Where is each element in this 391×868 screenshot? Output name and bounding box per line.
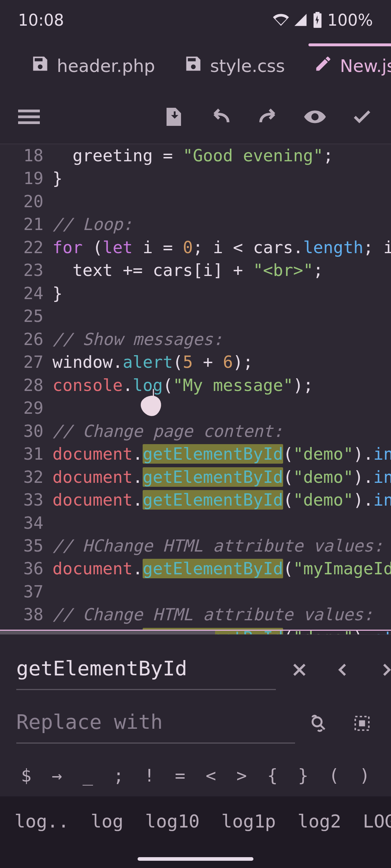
line-content[interactable] (51, 305, 391, 328)
symbol-key[interactable]: → (42, 765, 72, 786)
suggestion-item[interactable]: log.. (14, 811, 69, 832)
symbol-key[interactable]: ! (134, 765, 165, 786)
line-content[interactable]: document.getElementById("demo").innerH (51, 489, 391, 511)
chevron-right-icon (377, 661, 391, 679)
home-indicator[interactable] (138, 857, 253, 861)
preview-button[interactable] (304, 106, 326, 129)
line-content[interactable]: for (let i = 0; i < cars.length; i++) (51, 236, 391, 259)
code-line[interactable]: 30// Change page content: (0, 420, 391, 443)
tab-header-php[interactable]: header.php (22, 47, 164, 84)
suggestion-item[interactable]: log2 (298, 811, 341, 832)
line-content[interactable] (51, 397, 391, 420)
code-line[interactable]: 33document.getElementById("demo").innerH (0, 489, 391, 511)
line-number: 30 (0, 420, 51, 443)
code-line[interactable]: 21// Loop: (0, 213, 391, 236)
line-content[interactable]: } (51, 167, 391, 190)
confirm-button[interactable] (351, 106, 373, 129)
line-content[interactable]: text += cars[i] + "<br>"; (51, 259, 391, 282)
code-line[interactable]: 22for (let i = 0; i < cars.length; i++) (0, 236, 391, 259)
symbol-key[interactable]: ) (349, 765, 380, 786)
check-icon (351, 106, 373, 128)
code-line[interactable]: 27window.alert(5 + 6); (0, 351, 391, 374)
line-content[interactable]: // HChange HTML attribute values: (51, 535, 391, 557)
line-number: 21 (0, 213, 51, 236)
code-line[interactable]: 35// HChange HTML attribute values: (0, 535, 391, 557)
replace-one-button[interactable] (310, 714, 328, 734)
line-content[interactable]: document.getElementById("myImageId").s (51, 557, 391, 580)
code-line[interactable]: 25 (0, 305, 391, 328)
code-line[interactable]: 29 (0, 397, 391, 420)
code-line[interactable]: 20 (0, 190, 391, 213)
symbol-key[interactable]: { (257, 765, 288, 786)
line-number: 32 (0, 466, 51, 489)
file-button[interactable] (163, 106, 185, 129)
close-icon (290, 661, 308, 679)
code-line[interactable]: 38// Change HTML attribute values: (0, 603, 391, 626)
line-content[interactable]: console.log("My message"); (51, 374, 391, 397)
chevron-left-icon (334, 661, 352, 679)
find-next-button[interactable] (377, 661, 391, 680)
undo-button[interactable] (210, 106, 232, 129)
status-indicators: 100% (273, 11, 373, 29)
line-content[interactable]: // Show messages: (51, 328, 391, 351)
undo-icon (210, 106, 232, 128)
code-line[interactable]: 19} (0, 167, 391, 190)
symbol-key[interactable]: = (165, 765, 196, 786)
menu-button[interactable] (18, 106, 40, 129)
line-content[interactable]: // Change page content: (51, 420, 391, 443)
line-content[interactable]: } (51, 282, 391, 305)
line-content[interactable]: document.getElementById("demo").innerH (51, 466, 391, 489)
line-content[interactable]: document.getElementById("demo").innerH (51, 443, 391, 465)
code-line[interactable]: 36document.getElementById("myImageId").s (0, 557, 391, 580)
symbol-key[interactable]: _ (72, 765, 103, 786)
find-prev-button[interactable] (334, 661, 352, 680)
line-number: 28 (0, 374, 51, 397)
svg-rect-2 (18, 122, 40, 124)
code-line[interactable]: 37 (0, 580, 391, 603)
edit-icon (314, 54, 333, 77)
tab-label: header.php (57, 56, 155, 76)
code-line[interactable]: 34 (0, 512, 391, 535)
find-input[interactable] (16, 651, 276, 690)
line-number: 33 (0, 489, 51, 511)
code-line[interactable]: 32document.getElementById("demo").innerH (0, 466, 391, 489)
line-content[interactable]: // Change HTML attribute values: (51, 603, 391, 626)
redo-button[interactable] (257, 106, 279, 129)
code-line[interactable]: 28console.log("My message"); (0, 374, 391, 397)
tab-New-js[interactable]: New.js (305, 47, 391, 84)
symbol-key[interactable]: ( (319, 765, 349, 786)
symbol-key[interactable]: $ (11, 765, 42, 786)
code-line[interactable]: 18 greeting = "Good evening"; (0, 144, 391, 167)
replace-input[interactable] (16, 705, 295, 744)
tab-bar: header.phpstyle.cssNew.js (0, 40, 391, 95)
clear-find-button[interactable] (290, 661, 308, 680)
replace-all-button[interactable] (353, 714, 371, 734)
hamburger-icon (18, 106, 40, 128)
line-number: 24 (0, 282, 51, 305)
symbol-key[interactable]: > (226, 765, 257, 786)
line-number: 26 (0, 328, 51, 351)
line-content[interactable] (51, 190, 391, 213)
code-line[interactable]: 26// Show messages: (0, 328, 391, 351)
suggestion-item[interactable]: log10 (145, 811, 200, 832)
code-line[interactable]: 23 text += cars[i] + "<br>"; (0, 259, 391, 282)
line-content[interactable] (51, 580, 391, 603)
save-icon (31, 54, 50, 77)
suggestion-item[interactable]: LOG2E (363, 811, 391, 832)
suggestion-item[interactable]: log1p (221, 811, 276, 832)
line-content[interactable]: window.alert(5 + 6); (51, 351, 391, 374)
horizontal-scrollbar[interactable] (0, 631, 215, 634)
line-content[interactable]: greeting = "Good evening"; (51, 144, 391, 167)
symbol-key[interactable]: < (196, 765, 226, 786)
code-editor[interactable]: 18 greeting = "Good evening";19}2021// L… (0, 144, 391, 634)
symbol-key[interactable]: } (288, 765, 319, 786)
symbol-key[interactable]: ; (103, 765, 134, 786)
code-line[interactable]: 31document.getElementById("demo").innerH (0, 443, 391, 465)
line-content[interactable] (51, 512, 391, 535)
code-line[interactable]: 24} (0, 282, 391, 305)
tab-style-css[interactable]: style.css (175, 47, 294, 84)
status-time: 10:08 (18, 11, 64, 29)
line-content[interactable]: // Loop: (51, 213, 391, 236)
line-number: 20 (0, 190, 51, 213)
suggestion-item[interactable]: log (91, 811, 123, 832)
